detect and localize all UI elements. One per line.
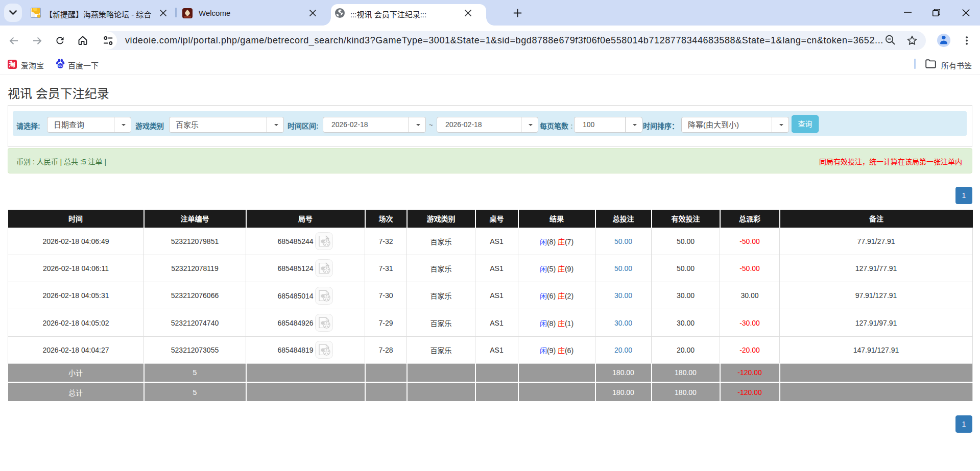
svg-text:du: du xyxy=(58,64,62,67)
